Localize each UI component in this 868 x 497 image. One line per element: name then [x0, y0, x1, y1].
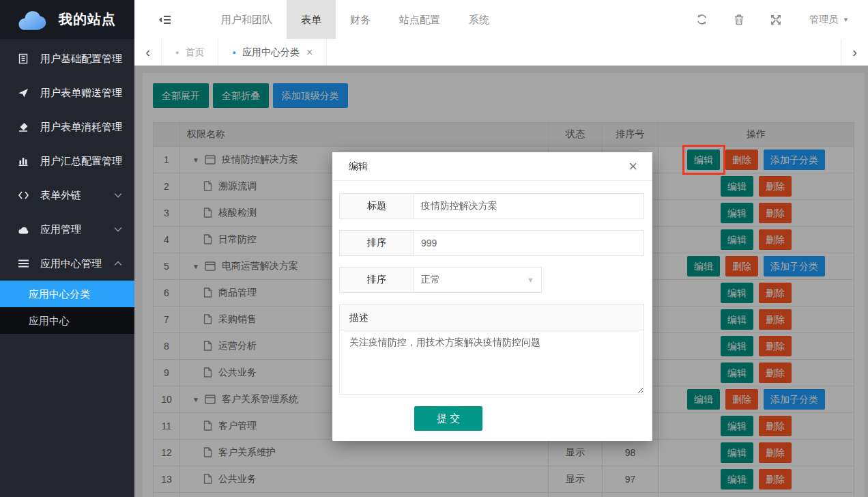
title-field-row: 标题	[339, 193, 644, 219]
nav-item-finance[interactable]: 财务	[336, 0, 385, 39]
tabs-scroll-left-icon[interactable]: ‹	[134, 39, 162, 66]
description-label: 描述	[340, 304, 643, 330]
menu-fold-icon[interactable]	[134, 0, 192, 39]
chevron-down-icon	[114, 227, 122, 232]
sidebar-item-label: 应用管理	[40, 223, 114, 236]
sidebar-item-label: 用户汇总配置管理	[40, 155, 122, 168]
modal-body: 标题 排序 排序 正常 ▼ 描述 关注疫情防控，用技术方案解决疫情防控问题	[332, 181, 652, 431]
sidebar-item-label: 用户基础配置管理	[40, 53, 122, 66]
edit-modal: 编辑 × 标题 排序 排序 正常 ▼ 描述	[332, 152, 652, 441]
sidebar-item-form-gift[interactable]: 用户表单赠送管理	[0, 76, 134, 110]
refresh-icon[interactable]	[683, 14, 721, 25]
chevron-down-icon: ▼	[527, 276, 534, 284]
user-menu[interactable]: 管理员 ▼	[794, 14, 856, 26]
description-field: 描述 关注疫情防控，用技术方案解决疫情防控问题	[339, 304, 644, 395]
chevron-up-icon	[114, 261, 122, 266]
building-grid-icon	[16, 53, 30, 64]
selected-option: 正常	[421, 274, 440, 286]
modal-header: 编辑 ×	[332, 152, 652, 181]
bar-chart-icon	[16, 156, 30, 167]
field-label: 排序	[339, 267, 414, 293]
close-icon[interactable]: ×	[628, 159, 637, 174]
tab-dot-icon: ●	[175, 49, 179, 56]
modal-title: 编辑	[349, 160, 368, 173]
menu-icon	[16, 259, 30, 268]
status-select[interactable]: 正常 ▼	[414, 268, 541, 292]
link-icon	[16, 190, 30, 200]
sidebar-item-form-consume[interactable]: 用户表单消耗管理	[0, 110, 134, 144]
tab-close-icon[interactable]: ×	[306, 46, 313, 59]
field-label: 标题	[339, 193, 414, 219]
tab-app-center-category[interactable]: ● 应用中心分类 ×	[218, 39, 327, 66]
app-root: 我的站点 用户和团队 表单 财务 站点配置 系统	[0, 0, 868, 497]
tab-home[interactable]: ● 首页	[162, 39, 218, 66]
trash-icon[interactable]	[721, 14, 757, 25]
description-textarea[interactable]: 关注疫情防控，用技术方案解决疫情防控问题	[340, 330, 643, 394]
nav-item-forms[interactable]: 表单	[287, 0, 336, 39]
fullscreen-icon[interactable]	[757, 14, 794, 25]
paper-plane-icon	[16, 87, 30, 98]
sidebar-item-app-center-manage[interactable]: 应用中心管理	[0, 246, 134, 281]
status-field-row: 排序 正常 ▼	[339, 267, 644, 293]
title-input[interactable]	[414, 194, 643, 218]
nav-item-system[interactable]: 系统	[454, 0, 504, 39]
chevron-down-icon: ▼	[843, 16, 849, 23]
user-name: 管理员	[809, 14, 838, 26]
sidebar-item-form-external-link[interactable]: 表单外链	[0, 178, 134, 212]
cloud-icon	[16, 225, 30, 234]
nav-item-site-config[interactable]: 站点配置	[385, 0, 454, 39]
cloud-logo-icon	[15, 8, 50, 31]
eraser-icon	[16, 122, 30, 132]
sidebar-item-app-manage[interactable]: 应用管理	[0, 212, 134, 246]
sidebar-item-label: 表单外链	[40, 189, 114, 202]
tab-dot-icon: ●	[232, 49, 235, 56]
sidebar-subitem-app-center[interactable]: 应用中心	[0, 307, 134, 334]
site-name: 我的站点	[59, 10, 116, 29]
sidebar-item-label: 用户表单消耗管理	[40, 121, 122, 134]
sidebar: 用户基础配置管理 用户表单赠送管理 用户表单消耗管理	[0, 39, 134, 497]
tab-label: 应用中心分类	[242, 46, 300, 59]
field-label: 排序	[339, 230, 414, 256]
sidebar-item-label: 用户表单赠送管理	[40, 87, 122, 100]
sidebar-item-user-base-config[interactable]: 用户基础配置管理	[0, 42, 134, 76]
sidebar-subitem-app-center-category[interactable]: 应用中心分类	[0, 281, 134, 307]
top-nav: 用户和团队 表单 财务 站点配置 系统	[134, 0, 868, 39]
tab-bar: ‹ ● 首页 ● 应用中心分类 × ›	[134, 39, 868, 66]
sidebar-item-label: 应用中心管理	[40, 257, 114, 270]
nav-items: 用户和团队 表单 财务 站点配置 系统	[207, 0, 504, 39]
sidebar-item-user-summary[interactable]: 用户汇总配置管理	[0, 144, 134, 178]
submit-button[interactable]: 提 交	[414, 406, 482, 431]
nav-item-users-teams[interactable]: 用户和团队	[207, 0, 287, 39]
chevron-down-icon	[114, 193, 122, 198]
tab-label: 首页	[185, 46, 204, 59]
sort-input[interactable]	[414, 231, 643, 255]
sort-field-row: 排序	[339, 230, 644, 256]
logo: 我的站点	[0, 0, 134, 39]
top-bar: 我的站点 用户和团队 表单 财务 站点配置 系统	[0, 0, 868, 39]
top-icons: 管理员 ▼	[683, 0, 868, 39]
tabs-scroll-right-icon[interactable]: ›	[841, 39, 868, 66]
